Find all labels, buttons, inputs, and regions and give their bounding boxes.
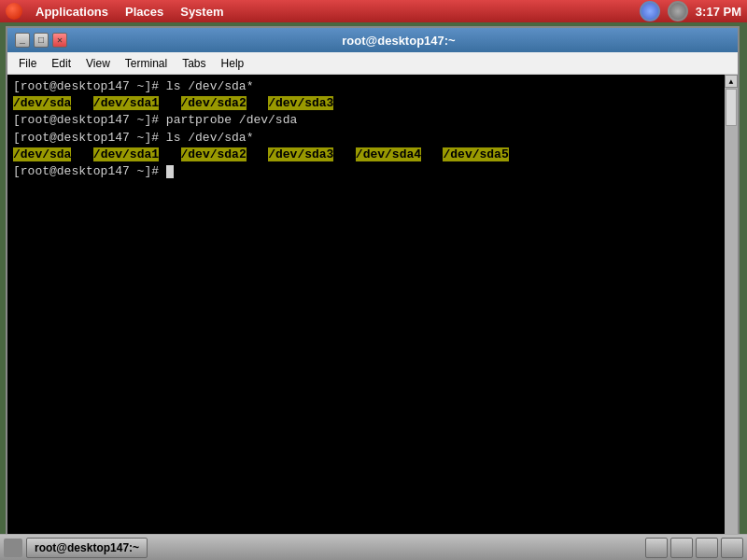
terminal-prompt: [root@desktop147 ~]# bbox=[13, 164, 166, 178]
menu-edit[interactable]: Edit bbox=[44, 55, 78, 72]
network-icon bbox=[640, 1, 660, 21]
menu-tabs[interactable]: Tabs bbox=[175, 55, 213, 72]
dev-sda4: /dev/sda4 bbox=[356, 147, 421, 161]
scrollbar[interactable]: ▲ ▼ bbox=[725, 75, 738, 547]
terminal-window: _ □ ✕ root@desktop147:~ File Edit View T… bbox=[6, 26, 740, 549]
menu-file[interactable]: File bbox=[11, 55, 44, 72]
dev-sda1: /dev/sda1 bbox=[93, 96, 159, 110]
system-menu-item[interactable]: System bbox=[173, 3, 231, 21]
terminal-line-2: /dev/sda /dev/sda1 /dev/sda2 /dev/sda3 bbox=[13, 95, 719, 112]
taskbar-btn-1[interactable] bbox=[645, 538, 668, 558]
taskbar-btn-4[interactable] bbox=[721, 538, 743, 558]
scrollbar-up[interactable]: ▲ bbox=[725, 75, 738, 88]
dev-sda5: /dev/sda5 bbox=[443, 147, 508, 161]
minimize-button[interactable]: _ bbox=[15, 33, 30, 48]
title-bar: _ □ ✕ root@desktop147:~ bbox=[7, 28, 738, 52]
content-area: [root@desktop147 ~]# ls /dev/sda* /dev/s… bbox=[7, 75, 738, 547]
terminal-line-3: [root@desktop147 ~]# partprobe /dev/sda bbox=[13, 112, 719, 129]
system-menu: Applications Places System bbox=[28, 3, 231, 21]
places-menu[interactable]: Places bbox=[118, 3, 171, 21]
dev-sda2-b: /dev/sda2 bbox=[181, 147, 247, 161]
dev-sda2: /dev/sda2 bbox=[181, 96, 247, 110]
system-clock: 3:17 PM bbox=[696, 5, 741, 19]
taskbar-corner bbox=[4, 539, 22, 557]
terminal-menu-bar: File Edit View Terminal Tabs Help bbox=[7, 52, 738, 75]
maximize-button[interactable]: □ bbox=[34, 33, 49, 48]
menu-view[interactable]: View bbox=[78, 55, 118, 72]
taskbar: root@desktop147:~ bbox=[0, 534, 747, 560]
menu-terminal[interactable]: Terminal bbox=[118, 55, 175, 72]
terminal-line-5: /dev/sda /dev/sda1 /dev/sda2 /dev/sda3 /… bbox=[13, 147, 719, 163]
dev-sda3: /dev/sda3 bbox=[268, 96, 333, 110]
window-controls: _ □ ✕ bbox=[15, 33, 67, 48]
taskbar-btn-2[interactable] bbox=[670, 538, 693, 558]
speaker-icon bbox=[668, 1, 688, 21]
scrollbar-thumb[interactable] bbox=[726, 89, 737, 126]
system-bar-right: 3:17 PM bbox=[640, 1, 741, 21]
system-bar: Applications Places System 3:17 PM bbox=[0, 0, 747, 22]
dev-sda1-b: /dev/sda1 bbox=[93, 147, 159, 161]
close-button[interactable]: ✕ bbox=[52, 33, 67, 48]
applications-menu[interactable]: Applications bbox=[28, 3, 116, 21]
terminal-cursor bbox=[166, 165, 174, 178]
dev-sda: /dev/sda bbox=[13, 96, 71, 110]
menu-help[interactable]: Help bbox=[214, 55, 252, 72]
system-logo bbox=[6, 3, 22, 20]
taskbar-right bbox=[645, 538, 743, 558]
terminal-line-6: [root@desktop147 ~]# bbox=[13, 163, 719, 180]
terminal-line-1: [root@desktop147 ~]# ls /dev/sda* bbox=[13, 78, 719, 95]
window-title: root@desktop147:~ bbox=[67, 34, 730, 48]
taskbar-btn-3[interactable] bbox=[696, 538, 718, 558]
terminal-output[interactable]: [root@desktop147 ~]# ls /dev/sda* /dev/s… bbox=[7, 75, 725, 547]
scrollbar-track bbox=[725, 88, 738, 534]
dev-sda-b: /dev/sda bbox=[13, 147, 71, 161]
taskbar-terminal[interactable]: root@desktop147:~ bbox=[26, 538, 148, 558]
dev-sda3-b: /dev/sda3 bbox=[268, 147, 333, 161]
terminal-line-4: [root@desktop147 ~]# ls /dev/sda* bbox=[13, 130, 719, 147]
